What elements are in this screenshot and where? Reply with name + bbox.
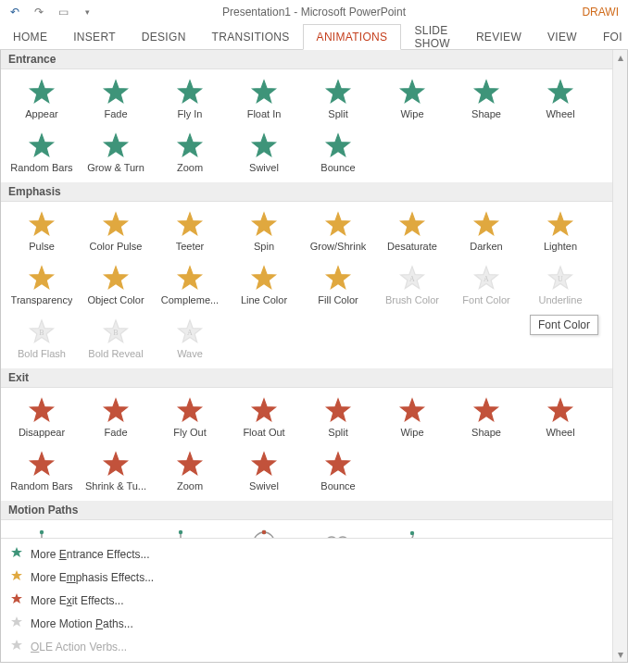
group-header-emphasis: Emphasis	[1, 182, 627, 202]
anim-label: Fly In	[178, 108, 203, 119]
anim-entrance-grow-turn[interactable]: Grow & Turn	[79, 127, 153, 180]
anim-exit-split[interactable]: Split	[301, 392, 375, 445]
anim-exit-wipe[interactable]: Wipe	[375, 392, 449, 445]
svg-marker-4	[327, 81, 350, 103]
group-header-motion: Motion Paths	[1, 501, 627, 520]
footer-link-motion[interactable]: More Motion Paths...	[1, 612, 612, 635]
anim-exit-random-bars[interactable]: Random Bars	[5, 445, 79, 499]
anim-emphasis-teeter[interactable]: Teeter	[153, 205, 227, 259]
gallery-scrollbar[interactable]: ▴ ▾	[612, 50, 627, 662]
anim-exit-float-out[interactable]: Float Out	[227, 392, 301, 445]
anim-emphasis-darken[interactable]: Darken	[449, 205, 523, 259]
anim-label: Color Pulse	[90, 241, 143, 252]
svg-marker-3	[253, 81, 276, 103]
anim-label: Random Bars	[10, 480, 72, 492]
motion-path-custom-path[interactable]: Custom Path	[375, 524, 449, 538]
anim-label: Shape	[471, 427, 501, 438]
contextual-tab-drawing[interactable]: DRAWI	[576, 0, 624, 24]
anim-emphasis-brush-color: ABrush Color	[375, 259, 449, 313]
ribbon-tab-transitions[interactable]: TRANSITIONS	[199, 24, 303, 49]
anim-emphasis-grow-shrink[interactable]: Grow/Shrink	[301, 205, 375, 259]
anim-entrance-appear[interactable]: Appear	[5, 73, 79, 127]
anim-entrance-shape[interactable]: Shape	[449, 73, 523, 127]
scroll-up-icon[interactable]: ▴	[613, 50, 628, 65]
footer-link-label: More Exit Effects...	[31, 594, 124, 607]
footer-link-emphasis[interactable]: More Emphasis Effects...	[1, 566, 612, 589]
svg-marker-41	[253, 399, 276, 421]
anim-label: Fly Out	[173, 427, 206, 438]
anim-emphasis-compleme[interactable]: Compleme...	[153, 259, 227, 313]
anim-exit-zoom[interactable]: Zoom	[153, 445, 227, 499]
ribbon-tab-slide-show[interactable]: SLIDE SHOW	[401, 24, 463, 49]
anim-emphasis-fill-color[interactable]: Fill Color	[301, 259, 375, 313]
items-grid-exit: DisappearFadeFly OutFloat OutSplitWipeSh…	[1, 388, 612, 501]
anim-label: Float In	[247, 108, 282, 119]
ribbon-tab-insert[interactable]: INSERT	[60, 24, 129, 49]
star-icon	[10, 639, 23, 654]
motion-path-turns[interactable]: Turns	[153, 524, 227, 538]
anim-label: Bounce	[320, 480, 355, 492]
anim-entrance-fly-in[interactable]: Fly In	[153, 73, 227, 127]
anim-entrance-zoom[interactable]: Zoom	[153, 127, 227, 180]
anim-emphasis-object-color[interactable]: Object Color	[79, 259, 153, 313]
ribbon-tab-foi[interactable]: FOI	[590, 24, 628, 49]
footer-link-exit[interactable]: More Exit Effects...	[1, 589, 612, 612]
anim-label: Object Color	[87, 294, 144, 305]
anim-emphasis-transparency[interactable]: Transparency	[5, 259, 79, 313]
motion-path-shapes[interactable]: Shapes	[227, 524, 301, 538]
anim-exit-disappear[interactable]: Disappear	[5, 392, 79, 445]
anim-label: Bounce	[320, 162, 355, 173]
anim-entrance-wheel[interactable]: Wheel	[523, 73, 597, 127]
redo-icon[interactable]: ↷	[30, 3, 48, 21]
ribbon-tab-view[interactable]: VIEW	[534, 24, 590, 49]
star-icon	[10, 616, 23, 631]
footer-link-entrance[interactable]: More Entrance Effects...	[1, 542, 612, 566]
anim-emphasis-line-color[interactable]: Line Color	[227, 259, 301, 313]
anim-entrance-wipe[interactable]: Wipe	[375, 73, 449, 127]
anim-entrance-split[interactable]: Split	[301, 73, 375, 127]
svg-marker-6	[475, 81, 498, 103]
ribbon-tab-review[interactable]: REVIEW	[463, 24, 534, 49]
qat-dropdown-icon[interactable]: ▾	[78, 3, 96, 21]
anim-label: Lighten	[544, 241, 577, 252]
start-from-beginning-icon[interactable]: ▭	[54, 3, 72, 21]
motion-path-lines[interactable]: Lines	[5, 524, 79, 538]
ribbon-tab-design[interactable]: DESIGN	[129, 24, 199, 49]
anim-exit-fade[interactable]: Fade	[79, 392, 153, 445]
anim-label: Underline	[538, 294, 582, 305]
anim-entrance-bounce[interactable]: Bounce	[301, 127, 375, 180]
anim-exit-fly-out[interactable]: Fly Out	[153, 392, 227, 445]
scroll-down-icon[interactable]: ▾	[613, 647, 628, 662]
motion-path-arcs[interactable]: Arcs	[79, 524, 153, 538]
svg-marker-43	[401, 399, 424, 421]
svg-marker-12	[327, 134, 350, 156]
svg-marker-1	[105, 81, 128, 103]
anim-label: Float Out	[243, 427, 284, 438]
ribbon-tab-animations[interactable]: ANIMATIONS	[303, 24, 402, 50]
anim-label: Swivel	[249, 480, 279, 492]
svg-marker-24	[253, 267, 276, 289]
anim-entrance-swivel[interactable]: Swivel	[227, 127, 301, 180]
anim-exit-bounce[interactable]: Bounce	[301, 445, 375, 499]
anim-exit-shrink-tu[interactable]: Shrink & Tu...	[79, 445, 153, 499]
anim-entrance-random-bars[interactable]: Random Bars	[5, 127, 79, 180]
anim-emphasis-lighten[interactable]: Lighten	[523, 205, 597, 259]
footer-link-label: More Emphasis Effects...	[31, 571, 154, 584]
motion-path-loops[interactable]: Loops	[301, 524, 375, 538]
anim-entrance-fade[interactable]: Fade	[79, 73, 153, 127]
anim-label: Wipe	[400, 108, 423, 119]
anim-exit-shape[interactable]: Shape	[449, 392, 523, 445]
svg-point-56	[179, 530, 182, 534]
anim-exit-swivel[interactable]: Swivel	[227, 445, 301, 499]
anim-emphasis-spin[interactable]: Spin	[227, 205, 301, 259]
anim-emphasis-color-pulse[interactable]: Color Pulse	[79, 205, 153, 259]
anim-emphasis-pulse[interactable]: Pulse	[5, 205, 79, 259]
anim-emphasis-desaturate[interactable]: Desaturate	[375, 205, 449, 259]
svg-marker-23	[179, 267, 202, 289]
anim-entrance-float-in[interactable]: Float In	[227, 73, 301, 127]
undo-icon[interactable]: ↶	[6, 3, 24, 21]
ribbon-tab-home[interactable]: HOME	[0, 24, 60, 49]
anim-exit-wheel[interactable]: Wheel	[523, 392, 597, 445]
anim-label: Shrink & Tu...	[85, 480, 146, 492]
star-icon	[10, 546, 23, 562]
